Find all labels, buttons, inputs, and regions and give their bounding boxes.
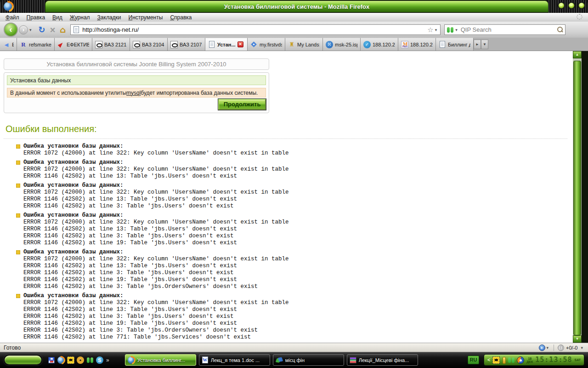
taskbar-button-label: місц фін: [285, 357, 305, 363]
tab[interactable]: ВАЗ 2121 2...: [92, 38, 130, 51]
tray-clock: 15:13:58: [535, 356, 572, 363]
system-tray: RU < 18 дек 15:13:58 SAT: [468, 354, 584, 366]
scrollbar-thumb[interactable]: [573, 61, 581, 335]
tab[interactable]: 188.120.22...: [398, 38, 436, 51]
menu-item[interactable]: Вид: [49, 13, 66, 22]
error-line: ERROR 1146 (42S02) at line 3: Table 'jbs…: [23, 327, 289, 334]
quick-launch: [48, 356, 103, 364]
stop-button[interactable]: ×: [50, 26, 56, 34]
bullet-icon: [16, 161, 20, 165]
taskbar-button[interactable]: місц фін: [273, 354, 344, 366]
quick-launch-overflow-icon[interactable]: »: [106, 357, 109, 363]
vertical-scrollbar[interactable]: ▲ ▼: [573, 51, 582, 343]
update-dropdown-icon[interactable]: ▾: [579, 345, 584, 350]
tab-label: My Lands: P...: [297, 42, 320, 47]
bat-icon[interactable]: [67, 356, 74, 364]
bookmark-star-icon[interactable]: ☆: [427, 26, 433, 34]
tab-label: 188.120.22...: [373, 42, 395, 47]
web-page: Установка биллинговой системы Joonte Bil…: [0, 51, 573, 343]
floppy-icon[interactable]: [48, 357, 55, 363]
tab-label: refsmarket....: [29, 42, 51, 47]
history-dropdown-icon[interactable]: ▾: [28, 28, 33, 32]
taskbar-button[interactable]: Лекц_я тема 1.doc ...: [199, 354, 270, 366]
session-dropdown-icon[interactable]: ▾: [545, 345, 550, 350]
error-line: ERROR 1072 (42000) at line 322: Key colu…: [23, 256, 289, 263]
tab[interactable]: msk-25.isps...: [323, 38, 361, 51]
error-line: ERROR 1072 (42000) at line 322: Key colu…: [23, 299, 289, 306]
qip-icon: [447, 26, 454, 34]
step-title-bar: Установка базы данных: [7, 75, 266, 85]
update-globe-icon[interactable]: [558, 345, 564, 351]
error-line: ERROR 1146 (42S02) at line 13: Table 'jb…: [23, 196, 289, 203]
session-manager-icon[interactable]: [539, 345, 545, 351]
close-tab-icon[interactable]: ✕: [237, 41, 243, 47]
menu-item[interactable]: Журнал: [66, 13, 94, 22]
error-line: ERROR 1146 (42S02) at line 19: Table 'jb…: [23, 320, 289, 327]
titlebar-strip: Установка биллинговой системы - Mozilla …: [45, 0, 548, 12]
mysql-link[interactable]: mysql: [126, 90, 141, 96]
tab-label: 188.120.22...: [410, 42, 433, 47]
error-line: ERROR 1146 (42S02) at line 3: Table 'jbs…: [23, 203, 289, 210]
back-button[interactable]: ‹: [4, 23, 18, 37]
reload-button[interactable]: ↻: [39, 26, 45, 34]
page-icon: [440, 41, 445, 48]
minimize-button[interactable]: [558, 2, 565, 9]
error-line: ERROR 1072 (42000) at line 322: Key colu…: [23, 189, 289, 196]
bat-icon[interactable]: [492, 356, 500, 364]
url-input[interactable]: [82, 26, 427, 33]
taskbar-button-label: Установка биллинг...: [137, 357, 185, 363]
taskbar-button[interactable]: Лекції_Місцеві фіна...: [347, 354, 418, 366]
taskbar-button-label: Лекції_Місцеві фіна...: [359, 357, 409, 363]
qip-icon[interactable]: [508, 356, 515, 364]
tab[interactable]: Биллинг дл...: [436, 38, 474, 51]
window-title: Установка биллинговой системы - Mozilla …: [224, 3, 370, 10]
menu-item[interactable]: Закладки: [94, 13, 125, 22]
tab[interactable]: My Lands: P...: [285, 38, 323, 51]
page-icon: [74, 26, 79, 33]
tab-scroll-right-button[interactable]: ►: [474, 40, 481, 49]
scroll-down-button[interactable]: ▼: [573, 335, 582, 343]
maximize-button[interactable]: [568, 2, 575, 9]
forward-button[interactable]: ›: [19, 25, 28, 34]
owl-icon[interactable]: [77, 356, 84, 364]
tab-list-all-button[interactable]: ▼: [481, 40, 488, 49]
language-indicator[interactable]: RU: [468, 356, 479, 364]
error-list: Ошибка установки базы данных:ERROR 1072 …: [16, 143, 565, 343]
firefox-icon[interactable]: [57, 356, 65, 364]
stick-icon[interactable]: [502, 356, 506, 364]
tray-collapse-icon[interactable]: <: [487, 357, 490, 362]
error-line: ERROR 1072 (42000) at line 322: Key colu…: [23, 219, 289, 226]
dotted-separator: [4, 138, 567, 139]
menu-item[interactable]: Инструменты: [125, 13, 167, 22]
error-entry-label: Ошибка установки базы данных:: [23, 143, 289, 150]
tab[interactable]: 188.120.22...: [361, 38, 398, 51]
tab[interactable]: ЕС...: [0, 38, 17, 51]
tab[interactable]: ЕФЕКТИВН...: [55, 38, 92, 51]
tab[interactable]: ВАЗ 2107 2...: [168, 38, 205, 51]
home-button[interactable]: ⌂: [60, 26, 66, 34]
menu-item[interactable]: Справка: [166, 13, 195, 22]
tab[interactable]: refsmarket....: [17, 38, 55, 51]
skype-icon[interactable]: [96, 356, 103, 364]
menu-item[interactable]: Файл: [2, 13, 23, 22]
url-dropdown-icon[interactable]: ▾: [434, 28, 439, 32]
start-button[interactable]: [4, 355, 42, 365]
lada-icon: [170, 41, 178, 48]
folder-icon: [276, 356, 283, 364]
search-input[interactable]: [461, 26, 556, 33]
tab[interactable]: ВАЗ 2104 2...: [130, 38, 168, 51]
search-icon[interactable]: [556, 26, 563, 33]
close-button[interactable]: [578, 2, 585, 9]
winrar-icon: [350, 357, 356, 363]
dm-icon[interactable]: [517, 356, 524, 364]
qip-icon[interactable]: [86, 356, 94, 364]
error-line: ERROR 1146 (42S02) at line 3: Table 'jbs…: [23, 233, 289, 240]
taskbar-button[interactable]: Установка биллинг...: [125, 354, 196, 366]
scroll-up-button[interactable]: ▲: [573, 51, 582, 58]
error-line: ERROR 1146 (42S02) at line 3: Table 'jbs…: [23, 313, 289, 320]
menu-item[interactable]: Правка: [23, 13, 49, 22]
search-engine-dropdown-icon[interactable]: ▾: [454, 28, 459, 32]
continue-button[interactable]: Продолжить: [218, 99, 266, 110]
tab-active[interactable]: Устан...✕: [205, 38, 248, 51]
tab[interactable]: my.firstvds....: [248, 38, 285, 51]
